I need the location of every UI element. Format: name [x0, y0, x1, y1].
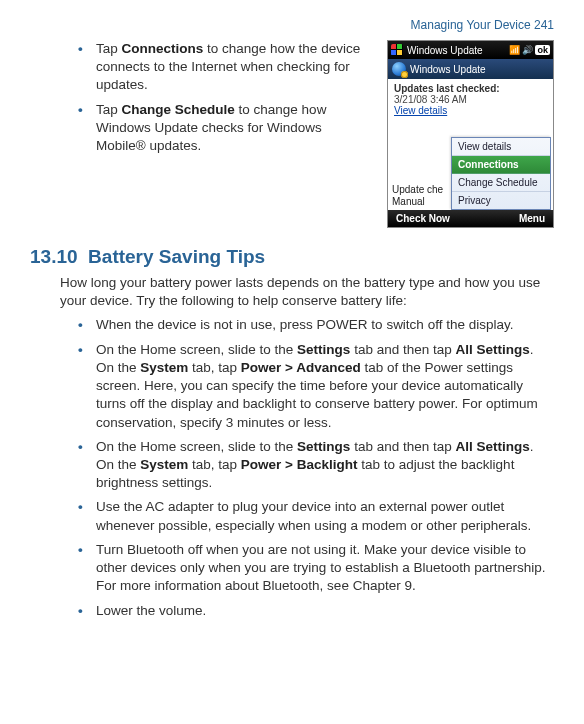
titlebar-text: Windows Update: [407, 45, 505, 56]
list-item: • Lower the volume.: [78, 602, 554, 620]
menu-item-view-details[interactable]: View details: [452, 138, 550, 156]
wm-titlebar: Windows Update 📶 🔊 ok: [388, 41, 553, 59]
text: Update che: [392, 184, 443, 196]
bold-term: Settings: [297, 342, 350, 357]
list-item: • Turn Bluetooth off when you are not us…: [78, 541, 554, 596]
signal-icon: 📶: [509, 45, 520, 55]
windows-update-icon: [392, 62, 406, 76]
bullet-item: • Tap Connections to change how the devi…: [78, 40, 373, 95]
list-item: • On the Home screen, slide to the Setti…: [78, 438, 554, 493]
bold-term: All Settings: [455, 342, 529, 357]
list-item: • On the Home screen, slide to the Setti…: [78, 341, 554, 432]
bullet-dot: •: [78, 602, 96, 620]
bullet-item: • Tap Change Schedule to change how Wind…: [78, 101, 373, 156]
text: Manual: [392, 196, 443, 208]
section-heading: 13.10 Battery Saving Tips: [30, 246, 554, 268]
list-item: • Use the AC adapter to plug your device…: [78, 498, 554, 534]
text: When the device is not in use, press POW…: [96, 317, 513, 332]
menu-item-privacy[interactable]: Privacy: [452, 192, 550, 209]
bold-term: System: [140, 457, 188, 472]
bold-term: All Settings: [455, 439, 529, 454]
bullet-dot: •: [78, 541, 96, 596]
running-head: Managing Your Device 241: [30, 18, 554, 32]
bold-term: System: [140, 360, 188, 375]
text: tab, tap: [188, 457, 241, 472]
top-bullets: • Tap Connections to change how the devi…: [30, 40, 373, 228]
volume-icon: 🔊: [522, 45, 533, 55]
text: Tap: [96, 41, 122, 56]
text: Tap: [96, 102, 122, 117]
bold-term: Connections: [122, 41, 204, 56]
text: Lower the volume.: [96, 603, 206, 618]
bullet-dot: •: [78, 498, 96, 534]
text: Use the AC adapter to plug your device i…: [96, 499, 531, 532]
status-pane: Updates last checked: 3/21/08 3:46 AM Vi…: [388, 79, 553, 124]
tips-list: • When the device is not in use, press P…: [78, 316, 554, 619]
softkey-left[interactable]: Check Now: [396, 213, 450, 224]
list-item: • When the device is not in use, press P…: [78, 316, 554, 334]
bold-term: Power > Backlight: [241, 457, 358, 472]
app-header: Windows Update: [388, 59, 553, 79]
text: tab, tap: [188, 360, 241, 375]
text: tab and then tap: [350, 439, 455, 454]
bullet-dot: •: [78, 101, 96, 156]
softkey-right[interactable]: Menu: [519, 213, 545, 224]
app-header-title: Windows Update: [410, 64, 486, 75]
section-title: Battery Saving Tips: [88, 246, 265, 267]
section-intro: How long your battery power lasts depend…: [60, 274, 554, 310]
text: On the Home screen, slide to the: [96, 439, 297, 454]
menu-item-change-schedule[interactable]: Change Schedule: [452, 174, 550, 192]
system-tray: 📶 🔊 ok: [509, 45, 550, 55]
bullet-dot: •: [78, 40, 96, 95]
softkey-bar: Check Now Menu: [388, 210, 553, 227]
bold-term: Settings: [297, 439, 350, 454]
text: Turn Bluetooth off when you are not usin…: [96, 542, 546, 593]
popup-menu: View details Connections Change Schedule…: [451, 137, 551, 210]
status-date: 3/21/08 3:46 AM: [394, 94, 547, 105]
bold-term: Change Schedule: [122, 102, 235, 117]
text: tab and then tap: [350, 342, 455, 357]
bullet-dot: •: [78, 316, 96, 334]
device-screenshot: Windows Update 📶 🔊 ok Windows Update Upd…: [387, 40, 554, 228]
section-number: 13.10: [30, 246, 78, 267]
ok-button[interactable]: ok: [535, 45, 550, 55]
text: On the Home screen, slide to the: [96, 342, 297, 357]
bullet-dot: •: [78, 341, 96, 432]
bold-term: Power > Advanced: [241, 360, 361, 375]
menu-item-connections[interactable]: Connections: [452, 156, 550, 174]
cutoff-text: Update che Manual: [392, 184, 443, 208]
status-label: Updates last checked:: [394, 83, 547, 94]
view-details-link[interactable]: View details: [394, 105, 547, 116]
bullet-dot: •: [78, 438, 96, 493]
windows-flag-icon: [391, 44, 403, 56]
